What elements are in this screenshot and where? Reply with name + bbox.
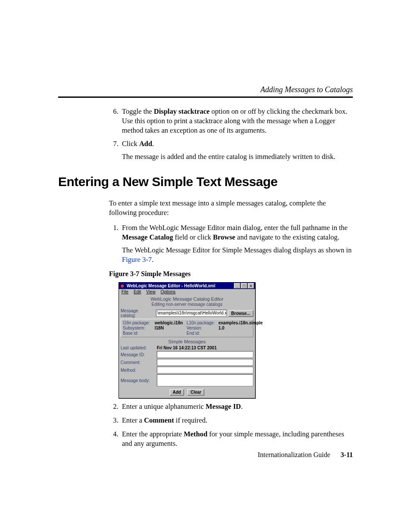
button-row: Add Clear xyxy=(121,389,253,395)
menu-edit[interactable]: Edit xyxy=(134,289,141,294)
msgid-input[interactable] xyxy=(157,351,253,358)
browse-button[interactable]: Browse... xyxy=(228,310,253,317)
updated-label: Last updated: xyxy=(121,345,154,350)
row-updated: Last updated: Fri Nov 16 14:22:13 CST 20… xyxy=(121,345,253,350)
steps-simple: From the WebLogic Message Editor main di… xyxy=(109,223,353,264)
steps-continued: Toggle the Display stacktrace option on … xyxy=(109,107,353,162)
step-b2-t1: Enter a unique alphanumeric xyxy=(122,402,206,411)
comment-label: Comment: xyxy=(121,360,154,365)
add-button[interactable]: Add xyxy=(170,389,184,395)
end-key: End id: xyxy=(187,331,217,336)
info-box: I18n package: weblogic.i18n L10n package… xyxy=(121,319,253,337)
method-input[interactable] xyxy=(157,367,253,373)
step-b1: From the WebLogic Message Editor main di… xyxy=(120,223,353,264)
menu-file[interactable]: File xyxy=(121,289,128,294)
method-label: Method: xyxy=(121,368,154,373)
body-label: Message body: xyxy=(121,378,154,383)
menu-view[interactable]: View xyxy=(146,289,156,294)
ver-key: Version: xyxy=(187,326,217,330)
step-b2-b1: Message ID xyxy=(206,402,241,411)
step-b1-t3: and navigate to the existing catalog. xyxy=(235,233,339,241)
step-b4-b1: Method xyxy=(184,430,207,438)
content: Toggle the Display stacktrace option on … xyxy=(58,107,353,452)
step-6: Toggle the Display stacktrace option on … xyxy=(120,107,353,135)
footer-guide: Internationalization Guide xyxy=(258,451,330,459)
step-b1-b2: Browse xyxy=(213,233,235,241)
step-6-bold: Display stacktrace xyxy=(154,107,210,115)
sub-key: Subsystem: xyxy=(123,326,153,330)
step-7-post: . xyxy=(152,140,154,148)
step-b4: Enter the appropriate Method for your si… xyxy=(120,429,353,448)
end-val xyxy=(218,331,263,336)
menubar: File Edit View Options xyxy=(119,289,255,295)
catalog-row: Message catalog: \examples\i18n\msgcat\H… xyxy=(121,308,253,318)
l10n-val: examples.i18n.simple xyxy=(218,320,263,325)
step-b1-p2a: The WebLogic Message Editor for Simple M… xyxy=(122,246,352,254)
app-window: WebLogic Message Editor - HelloWorld.xml… xyxy=(118,282,255,398)
body-input[interactable] xyxy=(157,374,253,386)
svg-point-0 xyxy=(121,284,124,288)
page: Adding Messages to Catalogs Toggle the D… xyxy=(0,0,411,532)
step-b3-t1: Enter a xyxy=(122,416,144,424)
step-7-pre: Click xyxy=(122,140,139,148)
step-b3: Enter a Comment if required. xyxy=(120,416,353,425)
titlebar: WebLogic Message Editor - HelloWorld.xml… xyxy=(119,283,255,289)
catalog-input[interactable]: \examples\i18n\msgcat\HelloWorld.xml xyxy=(156,310,227,317)
row-comment: Comment: xyxy=(121,359,253,366)
updated-value: Fri Nov 16 14:22:13 CST 2001 xyxy=(157,345,217,350)
running-header: Adding Messages to Catalogs xyxy=(261,85,353,94)
footer: Internationalization Guide 3-11 xyxy=(58,451,353,459)
step-7: Click Add. The message is added and the … xyxy=(120,139,353,162)
steps-after-figure: Enter a unique alphanumeric Message ID. … xyxy=(109,402,353,448)
row-msgid: Message ID: xyxy=(121,351,253,358)
sub-val: I18N xyxy=(155,326,185,330)
window-title: WebLogic Message Editor - HelloWorld.xml xyxy=(127,283,215,288)
step-b2: Enter a unique alphanumeric Message ID. xyxy=(120,402,353,411)
step-6-pre: Toggle the xyxy=(122,107,154,115)
section-title: Simple Messages xyxy=(121,339,253,344)
maximize-button[interactable]: □ xyxy=(241,283,247,289)
step-b1-t1: From the WebLogic Message Editor main di… xyxy=(122,224,348,232)
header-rule xyxy=(58,96,353,98)
msgid-label: Message ID: xyxy=(121,352,154,357)
minimize-button[interactable]: _ xyxy=(234,283,240,289)
intro-paragraph: To enter a simple text message into a si… xyxy=(109,199,353,218)
step-b1-p2: The WebLogic Message Editor for Simple M… xyxy=(122,246,353,264)
row-body: Message body: xyxy=(121,374,253,386)
step-b4-t1: Enter the appropriate xyxy=(122,430,184,438)
close-button[interactable]: × xyxy=(248,283,254,289)
i18n-val: weblogic.i18n xyxy=(155,320,185,325)
comment-input[interactable] xyxy=(157,359,253,366)
app-icon xyxy=(120,283,125,289)
step-7-bold: Add xyxy=(139,140,152,148)
i18n-key: I18n package: xyxy=(123,320,153,325)
clear-button[interactable]: Clear xyxy=(187,389,204,395)
base-val xyxy=(155,331,185,336)
step-7-para2: The message is added and the entire cata… xyxy=(122,152,353,162)
step-b1-t2: field or click xyxy=(173,233,213,241)
footer-page: 3-11 xyxy=(341,451,353,459)
step-b3-b1: Comment xyxy=(144,416,174,424)
panel-title: WebLogic Message Catalog Editor xyxy=(121,296,253,302)
step-b1-p2b: . xyxy=(152,255,153,264)
figure-caption: Figure 3-7 Simple Messages xyxy=(109,270,353,278)
panel-subtitle: Editing non-server message catalogs xyxy=(121,302,253,307)
step-b1-b1: Message Catalog xyxy=(122,233,173,241)
step-b3-t2: if required. xyxy=(174,416,207,424)
heading-entering-simple: Entering a New Simple Text Message xyxy=(58,174,353,189)
menu-options[interactable]: Options xyxy=(161,289,175,294)
base-key: Base id: xyxy=(123,331,153,336)
row-method: Method: xyxy=(121,367,253,373)
l10n-key: L10n package: xyxy=(187,320,217,325)
xref-figure-3-7[interactable]: Figure 3-7 xyxy=(122,255,152,264)
catalog-label: Message catalog: xyxy=(121,308,154,318)
ver-val: 1.0 xyxy=(218,326,263,330)
step-b2-t2: . xyxy=(241,402,243,411)
panel: WebLogic Message Catalog Editor Editing … xyxy=(119,295,255,398)
